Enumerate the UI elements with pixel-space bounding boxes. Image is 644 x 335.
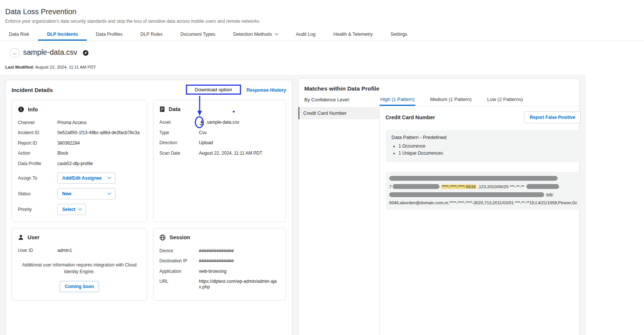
tab-health-telemetry[interactable]: Health & Telemetry: [324, 28, 381, 41]
field-row: Report ID380362284: [18, 140, 141, 146]
pattern-list: Credit Card Number: [298, 106, 380, 335]
download-asset-icon[interactable]: [199, 120, 204, 125]
data-card: Data Asset sample-data.csv TypeCsv Direc…: [153, 100, 286, 222]
snippet-lead: 7: [389, 184, 391, 189]
status-row: Status New: [18, 188, 141, 199]
priority-value: Select: [62, 207, 75, 212]
field-value: August 22, 2024, 11:11 AM PDT: [199, 151, 262, 156]
status-value: New: [62, 191, 72, 196]
match-detail: Credit Card Number Report False Positive…: [380, 106, 585, 335]
field-value: Prisma Access: [57, 120, 87, 125]
field-label: Channel: [18, 120, 57, 125]
confidence-tab-count: (1 Pattern): [449, 97, 472, 102]
tab-settings[interactable]: Settings: [381, 28, 416, 41]
confidence-tab-label: High: [380, 97, 390, 102]
field-row: TypeCsv: [159, 130, 280, 135]
report-false-positive-button[interactable]: Report False Positive: [524, 111, 581, 123]
field-value: Upload: [199, 140, 213, 145]
chevron-down-icon: [108, 176, 111, 179]
field-label: Scan Date: [159, 151, 199, 156]
redacted-bar: [389, 176, 558, 181]
tab-dlp-incidents[interactable]: DLP Incidents: [38, 28, 87, 41]
tab-detection-methods-label: Detection Methods: [233, 32, 272, 37]
field-row: Data Profilecasb02-dlp-profile: [18, 161, 141, 166]
confidence-tab-medium[interactable]: Medium (1 Pattern): [429, 97, 472, 106]
redacted-value: ##############: [199, 258, 234, 263]
tab-detection-methods[interactable]: Detection Methods: [224, 28, 287, 41]
field-label: User ID: [18, 248, 57, 253]
back-arrow-icon: ←: [12, 50, 18, 56]
asset-row: Asset sample-data.csv: [159, 120, 280, 125]
assign-to-dropdown[interactable]: Add/Edit Assignee: [57, 173, 115, 184]
status-dropdown[interactable]: New: [57, 188, 115, 199]
field-row: ChannelPrisma Access: [18, 120, 141, 125]
field-value: 380362284: [57, 140, 80, 146]
field-label: Device: [159, 248, 199, 253]
pattern-summary-box: Data Pattern - Predefined 1 Occurrence 1…: [386, 130, 581, 162]
chevron-down-icon: [78, 207, 82, 211]
incident-details-card: Incident Details Response History Info C…: [5, 80, 292, 335]
field-row: Applicationweb-browsing: [159, 269, 280, 274]
field-row: Incident ID0e52a950-1f13-49bc-a86d-de3fa…: [18, 130, 141, 135]
user-integration-note: Additional user information requires int…: [18, 262, 141, 275]
back-button[interactable]: ←: [10, 48, 19, 57]
tab-document-types[interactable]: Document Types: [171, 28, 224, 41]
incident-details-title: Incident Details: [12, 87, 53, 93]
snippet-row: 7 ****-****-****-5516 ,123,2010/06/25 **…: [389, 184, 577, 189]
tab-audit-log[interactable]: Audit Log: [287, 28, 324, 41]
field-value: admin1: [57, 248, 72, 253]
field-label: Action: [18, 151, 57, 156]
field-label: Report ID: [18, 140, 57, 146]
field-row: Scan DateAugust 22, 2024, 11:11 AM PDT: [159, 151, 280, 156]
file-header: ← sample-data.csv Last Modified: August …: [0, 41, 644, 75]
response-history-link[interactable]: Response History: [247, 88, 286, 93]
field-label: Asset: [159, 120, 199, 125]
page-title: Data Loss Prevention: [5, 7, 76, 16]
data-icon: [159, 106, 165, 112]
confidence-tab-label: Low: [487, 97, 496, 102]
confidence-tab-label: Medium: [430, 97, 447, 102]
field-row: ActionBlock: [18, 151, 141, 156]
priority-row: Priority Select: [18, 204, 141, 215]
main-tabs: Data Risk DLP Incidents Data Profiles DL…: [0, 28, 644, 41]
annotation-arrow-icon: [197, 96, 202, 118]
session-card-title: Session: [169, 234, 190, 240]
redacted-value: ##############: [199, 248, 234, 253]
pattern-item-credit-card-number[interactable]: Credit Card Number: [298, 107, 379, 119]
file-profile-icon: [83, 50, 89, 56]
redacted-bar: [526, 184, 559, 189]
globe-icon: [159, 234, 166, 241]
snippet-row: 9/8/: [389, 192, 577, 197]
user-icon: [18, 234, 24, 240]
confidence-tab-count: (1 Pattern): [391, 97, 414, 102]
chevron-down-icon: [275, 32, 279, 35]
field-value: Csv: [199, 130, 207, 135]
tab-data-risk[interactable]: Data Risk: [0, 28, 38, 41]
chevron-down-icon: [108, 191, 111, 195]
user-id-row: User IDadmin1: [18, 248, 141, 253]
confidence-tab-high[interactable]: High (1 Pattern): [380, 97, 415, 106]
coming-soon-button[interactable]: Coming Soon: [60, 281, 99, 292]
snippet-text: 9/8/: [546, 193, 553, 197]
last-modified-value: August 22, 2024, 11:11 AM PDT: [35, 65, 96, 69]
field-label: Incident ID: [18, 130, 57, 135]
snippet-row: [389, 176, 577, 181]
assign-to-row: Assign To Add/Edit Assignee: [18, 173, 141, 184]
pattern-detail-title: Credit Card Number: [386, 114, 435, 120]
field-row: URLhttps://dlptest.com/wp-admin/admin-aj…: [159, 279, 280, 290]
assign-to-label: Assign To: [18, 176, 57, 181]
status-label: Status: [18, 191, 57, 196]
tab-data-profiles[interactable]: Data Profiles: [87, 28, 131, 41]
tab-dlp-rules[interactable]: DLP Rules: [131, 28, 172, 41]
priority-dropdown[interactable]: Select: [57, 204, 86, 215]
page-subtitle: Enforce your organization's data securit…: [5, 19, 260, 24]
confidence-tabs: High (1 Pattern) Medium (1 Pattern) Low …: [380, 97, 579, 106]
confidence-tab-low[interactable]: Low (2 Patterns): [486, 97, 523, 106]
redacted-bar: [393, 184, 440, 189]
info-card: Info ChannelPrisma Access Incident ID0e5…: [12, 100, 147, 222]
field-label: Data Profile: [18, 161, 57, 166]
field-value: web-browsing: [199, 269, 226, 274]
confidence-tab-count: (2 Patterns): [498, 97, 523, 102]
file-name: sample-data.csv: [23, 48, 77, 57]
highlighted-match: ****-****-****-5516: [441, 184, 476, 189]
